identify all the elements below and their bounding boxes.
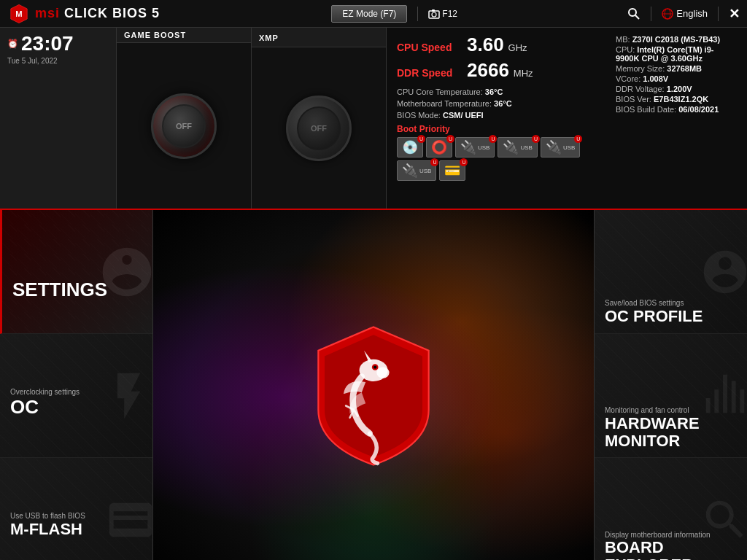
date-display: Tue 5 Jul, 2022	[7, 57, 109, 65]
svg-text:M: M	[15, 9, 22, 18]
boot-device-1[interactable]: U ⭕	[426, 137, 452, 158]
svg-point-3	[432, 12, 436, 17]
svg-line-6	[635, 15, 639, 19]
cpu-core-temp-value: 36°C	[485, 88, 503, 96]
cpu-speed-label: CPU Speed	[397, 42, 462, 53]
bios-build-value: 06/08/2021	[678, 105, 719, 114]
boot-icon-6: 💳	[444, 163, 460, 179]
oc-profile-subtitle: Save/load BIOS settings	[605, 299, 737, 307]
ddr-speed-value: 2666	[467, 59, 509, 82]
msi-dragon-icon: M	[9, 4, 29, 24]
boot-badge-5: U	[430, 158, 438, 166]
hw-monitor-subtitle: Monitoring and fan control	[605, 405, 737, 415]
main-content: SETTINGS Overclocking settings OC Use US…	[0, 210, 747, 560]
boot-badge-2: U	[489, 135, 497, 143]
boot-badge-0: U	[417, 135, 425, 143]
bios-mode-label: BIOS Mode:	[397, 111, 441, 120]
board-explorer-title: BOARD EXPLORER	[605, 539, 737, 560]
header-row: ⏰ 23:07 Tue 5 Jul, 2022 GAME BOOST ? OFF…	[0, 28, 747, 210]
mb-label: MB:	[616, 35, 630, 44]
cpu-label: CPU:	[616, 45, 635, 54]
ddr-speed-unit: MHz	[514, 68, 533, 79]
oc-profile-bg-icon	[700, 246, 747, 298]
language-button[interactable]: English	[662, 8, 708, 20]
screenshot-button[interactable]: F12	[428, 9, 457, 19]
cpu-speed-value: 3.60	[467, 34, 504, 56]
boot-device-3[interactable]: U 🔌 USB	[498, 137, 537, 158]
top-bar-right: English ✕	[620, 6, 747, 22]
close-button[interactable]: ✕	[729, 6, 740, 22]
settings-title: SETTINGS	[12, 279, 142, 301]
boot-badge-3: U	[532, 135, 540, 143]
boot-badge-6: U	[460, 158, 468, 166]
divider2	[651, 7, 651, 21]
vcore-value: 1.008V	[643, 74, 668, 83]
xmp-section: XMP OFF	[252, 28, 387, 209]
top-bar: M msi CLICK BIOS 5 EZ Mode (F7) F12	[0, 0, 747, 28]
xmp-knob-inner: OFF	[297, 106, 341, 150]
search-icon[interactable]	[627, 7, 640, 20]
info-panel: CPU Speed 3.60 GHz DDR Speed 2666 MHz CP…	[387, 28, 747, 209]
game-boost-knob[interactable]: OFF	[151, 93, 217, 159]
ddr-volt-label: DDR Voltage:	[616, 85, 665, 93]
boot-device-0[interactable]: U 💿	[397, 137, 423, 158]
boot-icon-4: 🔌	[546, 139, 562, 155]
ez-mode-button[interactable]: EZ Mode (F7)	[331, 5, 407, 23]
sidebar-item-mflash[interactable]: Use USB to flash BIOS M-FLASH	[0, 458, 152, 560]
game-boost-knob-inner: OFF	[162, 104, 206, 148]
center-content	[153, 210, 594, 560]
mem-label: Memory Size:	[616, 64, 665, 73]
svg-point-11	[376, 368, 389, 378]
mb-temp-value: 36°C	[494, 99, 512, 108]
clock-area: ⏰ 23:07 Tue 5 Jul, 2022	[0, 28, 117, 209]
msi-dragon-center-logo	[308, 323, 439, 469]
boot-icon-1: ⭕	[431, 139, 447, 155]
clock-icon: ⏰	[7, 39, 18, 49]
left-sidebar: SETTINGS Overclocking settings OC Use US…	[0, 210, 153, 560]
bios-ver-label: BIOS Ver:	[616, 95, 651, 104]
svg-point-13	[374, 365, 376, 368]
svg-rect-4	[432, 9, 435, 12]
game-boost-section: GAME BOOST ? OFF	[117, 28, 252, 209]
camera-icon	[428, 9, 440, 19]
game-boost-knob-text: OFF	[176, 122, 192, 131]
bios-ver-value: E7B43IZ1.2QK	[654, 95, 708, 104]
boot-icon-2: 🔌	[460, 139, 476, 155]
right-sidebar: Save/load BIOS settings OC PROFILE Monit…	[594, 210, 747, 560]
boot-device-6[interactable]: U 💳	[439, 160, 465, 181]
vcore-label: VCore:	[616, 74, 640, 83]
xmp-label: XMP	[259, 34, 279, 42]
boot-device-2[interactable]: U 🔌 USB	[455, 137, 495, 158]
mflash-title: M-FLASH	[10, 520, 142, 539]
mb-temp-label: Motherboard Temperature:	[397, 99, 492, 108]
boot-badge-1: U	[446, 135, 454, 143]
sidebar-item-oc[interactable]: Overclocking settings OC	[0, 334, 152, 458]
screenshot-label: F12	[442, 9, 457, 19]
hw-monitor-title: HARDWARE MONITOR	[605, 415, 737, 450]
boot-icon-0: 💿	[402, 139, 418, 155]
globe-icon	[662, 8, 673, 20]
ddr-volt-value: 1.200V	[667, 85, 692, 93]
boot-device-4[interactable]: U 🔌 USB	[541, 137, 580, 158]
sidebar-item-oc-profile[interactable]: Save/load BIOS settings OC PROFILE	[595, 210, 747, 334]
xmp-knob[interactable]: OFF	[286, 96, 352, 161]
bios-build-label: BIOS Build Date:	[616, 105, 676, 114]
sidebar-item-board-explorer[interactable]: Display motherboard information BOARD EX…	[595, 458, 747, 560]
sidebar-item-hardware-monitor[interactable]: Monitoring and fan control HARDWARE MONI…	[595, 334, 747, 458]
ddr-speed-label: DDR Speed	[397, 67, 462, 79]
cpu-speed-unit: GHz	[508, 42, 527, 53]
sidebar-item-settings[interactable]: SETTINGS	[0, 210, 152, 334]
boot-device-5[interactable]: U 🔌 USB	[397, 160, 436, 181]
oc-subtitle: Overclocking settings	[10, 388, 142, 396]
boot-badge-4: U	[574, 135, 582, 143]
logo-text: msi CLICK BIOS 5	[35, 6, 160, 21]
game-boost-label: GAME BOOST	[124, 31, 186, 39]
boot-devices-list: U 💿 U ⭕ U 🔌 USB U 🔌 USB	[397, 137, 601, 181]
language-label: English	[676, 8, 708, 19]
mflash-subtitle: Use USB to flash BIOS	[10, 512, 142, 520]
divider3	[718, 7, 719, 21]
boot-icon-5: 🔌	[402, 163, 418, 179]
logo-area: M msi CLICK BIOS 5	[0, 4, 169, 24]
oc-title: OC	[10, 396, 142, 419]
svg-point-5	[629, 9, 636, 16]
